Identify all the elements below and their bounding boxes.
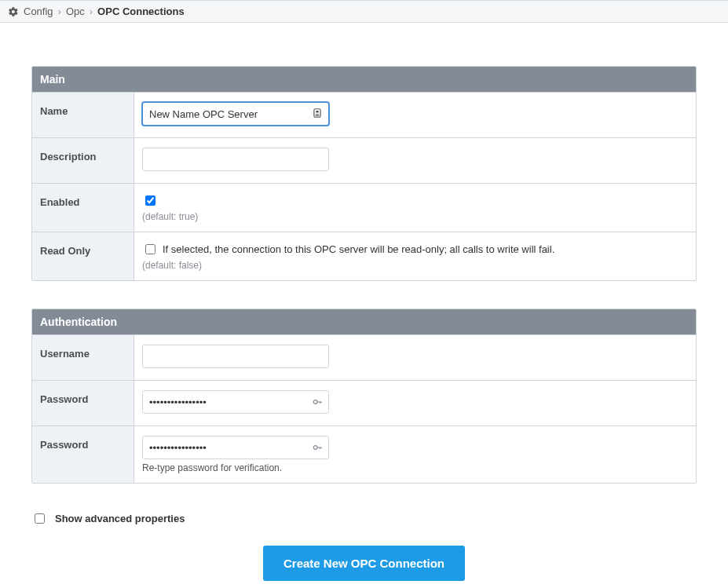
breadcrumb-item-config[interactable]: Config <box>24 5 53 17</box>
read-only-checkbox[interactable] <box>145 244 155 254</box>
chevron-right-icon: › <box>58 5 61 17</box>
authentication-panel-title: Authentication <box>32 309 696 334</box>
advanced-properties-toggle[interactable]: Show advanced properties <box>31 511 697 526</box>
row-read-only: Read Only If selected, the connection to… <box>32 232 696 280</box>
create-new-opc-connection-button[interactable]: Create New OPC Connection <box>263 546 465 581</box>
password-confirm-helper: Re-type password for verification. <box>142 462 688 473</box>
svg-rect-1 <box>316 111 319 112</box>
username-input[interactable] <box>142 345 329 368</box>
row-password: Password <box>32 380 696 425</box>
main-panel-title: Main <box>32 67 696 92</box>
name-label: Name <box>32 93 134 137</box>
password-input[interactable] <box>142 390 329 414</box>
password-confirm-label: Password <box>32 426 134 483</box>
name-input[interactable] <box>142 102 329 126</box>
gear-icon <box>8 6 19 17</box>
breadcrumb: Config › Opc › OPC Connections <box>0 0 728 23</box>
row-password-confirm: Password Re-type password for verificati… <box>32 425 696 483</box>
breadcrumb-item-opc-connections: OPC Connections <box>97 5 185 17</box>
row-name: Name <box>32 92 696 137</box>
main-panel: Main Name Description Enabled <box>31 66 697 281</box>
advanced-properties-checkbox[interactable] <box>35 513 45 524</box>
enabled-label: Enabled <box>32 184 134 232</box>
enabled-checkbox[interactable] <box>145 195 155 206</box>
password-label: Password <box>32 381 134 425</box>
read-only-description: If selected, the connection to this OPC … <box>163 243 554 255</box>
advanced-properties-label: Show advanced properties <box>55 513 185 524</box>
username-label: Username <box>32 335 134 380</box>
authentication-panel: Authentication Username Password Passwor… <box>31 309 697 484</box>
password-confirm-input[interactable] <box>142 436 329 459</box>
description-label: Description <box>32 138 134 183</box>
breadcrumb-item-opc[interactable]: Opc <box>66 5 85 17</box>
row-description: Description <box>32 137 696 183</box>
description-input[interactable] <box>142 148 329 171</box>
read-only-helper: (default: false) <box>142 260 688 271</box>
row-enabled: Enabled (default: true) <box>32 183 696 232</box>
row-username: Username <box>32 334 696 380</box>
enabled-helper: (default: true) <box>142 211 688 222</box>
autofill-contact-icon <box>312 108 323 120</box>
read-only-label: Read Only <box>32 232 134 280</box>
chevron-right-icon: › <box>90 5 93 17</box>
